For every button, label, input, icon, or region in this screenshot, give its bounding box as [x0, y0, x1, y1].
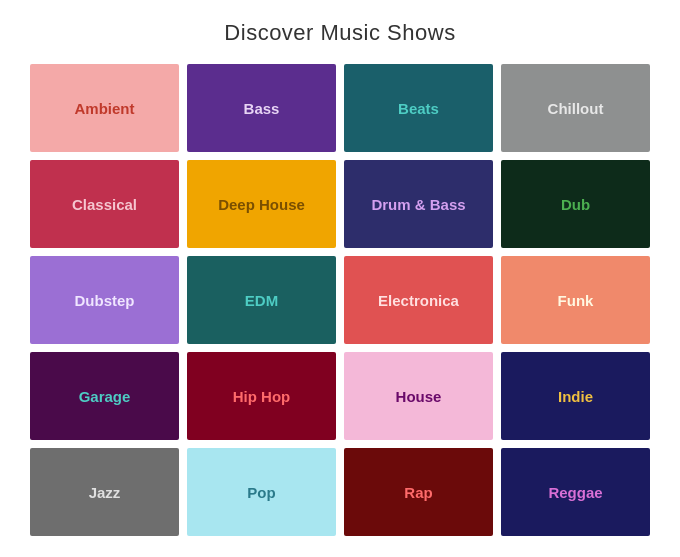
genre-label-bass: Bass [236, 96, 288, 121]
genre-label-dubstep: Dubstep [67, 288, 143, 313]
genre-label-indie: Indie [550, 384, 601, 409]
genre-label-drum-bass: Drum & Bass [363, 192, 473, 217]
genre-label-house: House [388, 384, 450, 409]
genre-tile-jazz[interactable]: Jazz [30, 448, 179, 536]
genre-label-classical: Classical [64, 192, 145, 217]
genre-tile-classical[interactable]: Classical [30, 160, 179, 248]
genre-label-reggae: Reggae [540, 480, 610, 505]
genre-tile-dubstep[interactable]: Dubstep [30, 256, 179, 344]
genre-tile-hip-hop[interactable]: Hip Hop [187, 352, 336, 440]
genre-label-jazz: Jazz [81, 480, 129, 505]
genre-tile-drum-bass[interactable]: Drum & Bass [344, 160, 493, 248]
genre-tile-bass[interactable]: Bass [187, 64, 336, 152]
genre-label-electronica: Electronica [370, 288, 467, 313]
genre-label-hip-hop: Hip Hop [225, 384, 299, 409]
genre-tile-pop[interactable]: Pop [187, 448, 336, 536]
genre-label-dub: Dub [553, 192, 598, 217]
page-title: Discover Music Shows [224, 20, 455, 46]
genre-tile-rap[interactable]: Rap [344, 448, 493, 536]
genre-label-edm: EDM [237, 288, 286, 313]
genre-label-garage: Garage [71, 384, 139, 409]
genre-tile-electronica[interactable]: Electronica [344, 256, 493, 344]
genre-label-pop: Pop [239, 480, 283, 505]
genre-tile-chillout[interactable]: Chillout [501, 64, 650, 152]
genre-tile-beats[interactable]: Beats [344, 64, 493, 152]
genre-tile-indie[interactable]: Indie [501, 352, 650, 440]
genre-tile-reggae[interactable]: Reggae [501, 448, 650, 536]
genre-tile-dub[interactable]: Dub [501, 160, 650, 248]
genre-tile-house[interactable]: House [344, 352, 493, 440]
genre-tile-funk[interactable]: Funk [501, 256, 650, 344]
genre-tile-deep-house[interactable]: Deep House [187, 160, 336, 248]
genre-label-deep-house: Deep House [210, 192, 313, 217]
genre-label-funk: Funk [550, 288, 602, 313]
genre-tile-edm[interactable]: EDM [187, 256, 336, 344]
genre-tile-garage[interactable]: Garage [30, 352, 179, 440]
genre-label-chillout: Chillout [540, 96, 612, 121]
genre-label-ambient: Ambient [67, 96, 143, 121]
genre-label-beats: Beats [390, 96, 447, 121]
genre-grid: AmbientBassBeatsChilloutClassicalDeep Ho… [30, 64, 650, 536]
genre-label-rap: Rap [396, 480, 440, 505]
genre-tile-ambient[interactable]: Ambient [30, 64, 179, 152]
